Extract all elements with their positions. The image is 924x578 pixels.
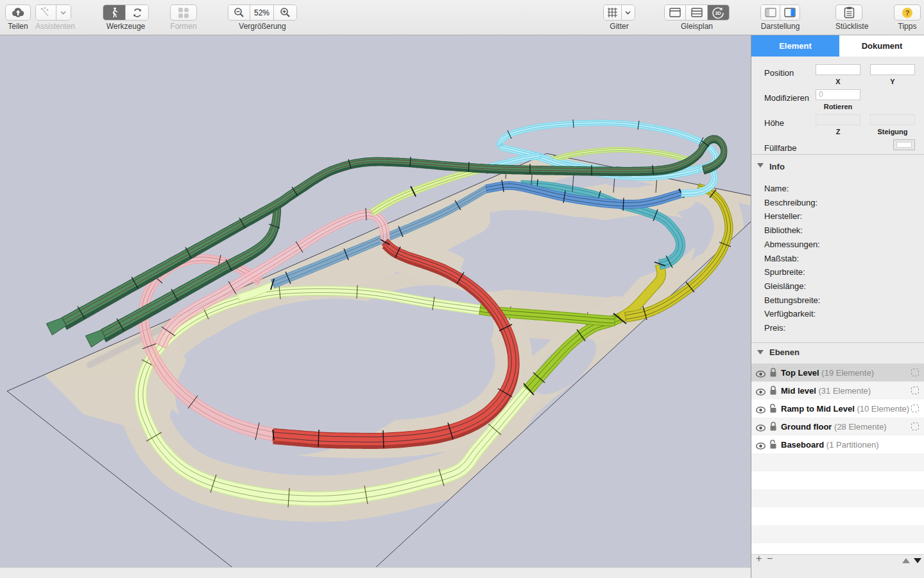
svg-text:3D: 3D bbox=[715, 11, 721, 15]
svg-text:?: ? bbox=[905, 9, 910, 17]
